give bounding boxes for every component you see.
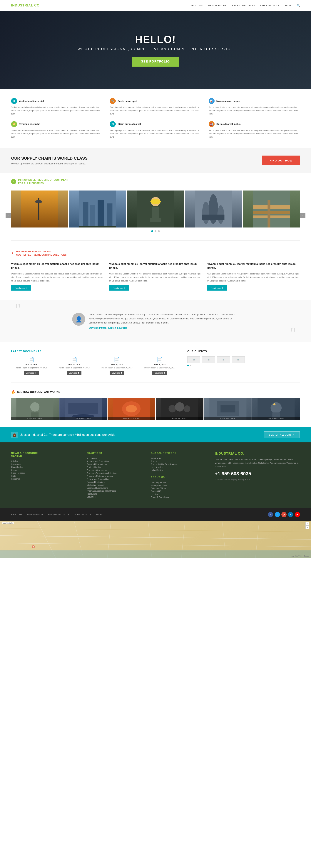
download-button[interactable]: Download ⬇ xyxy=(110,371,124,375)
footer-global-title: GLOBAL NETWORK xyxy=(151,452,207,455)
footer-link-research[interactable]: Research xyxy=(11,478,79,480)
find-out-button[interactable]: FIND OUT HOW xyxy=(262,156,300,165)
work-item-3[interactable]: IPSUM FACTORIAL xyxy=(108,398,155,420)
footer-link-offices[interactable]: Category Offices xyxy=(151,487,207,489)
work-item-6[interactable]: IPSUM FACTORIAL xyxy=(252,398,300,420)
footer-link-press-releases[interactable]: Press Releases xyxy=(11,472,79,474)
slide-dot-2[interactable] xyxy=(154,230,157,232)
twitter-icon[interactable]: t xyxy=(275,512,280,517)
linkedin-icon[interactable]: in xyxy=(288,512,293,517)
footer-link-financial-inst[interactable]: Financial Institutions xyxy=(87,481,143,483)
footer-link-radio[interactable]: Radio xyxy=(11,475,79,477)
client-dot-1[interactable] xyxy=(187,365,189,366)
hero-content: HELLO! WE ARE PROFESSIONAL, COMPETITIVE … xyxy=(78,33,233,67)
work-item-2[interactable]: IPSUM FACTORIAL xyxy=(59,398,107,420)
svg-point-27 xyxy=(30,402,39,411)
feature-item: 📊 Malesuada at, neque Sed ut perspiciati… xyxy=(209,98,300,116)
map-zoom-in[interactable]: + xyxy=(306,522,309,525)
footer-link-company-profile[interactable]: Company Profile xyxy=(151,481,207,484)
footer-link-case-studies[interactable]: Case Studies xyxy=(11,466,79,468)
read-more-button-2[interactable]: Read more ▶ xyxy=(109,285,129,290)
footer-link-emea[interactable]: Europe, Middle East & Africa xyxy=(151,463,207,465)
footer-link-pharma[interactable]: Pharmaceuticals and Healthcare xyxy=(87,490,143,492)
footer-news-title: NEWS & RESOURCE CENTER xyxy=(11,452,79,457)
footer-link-real-estate[interactable]: Real Estate xyxy=(87,493,143,495)
footer-link-liability[interactable]: Product Liability xyxy=(87,466,143,468)
client-dot-2[interactable] xyxy=(190,365,191,366)
map-zoom-out[interactable]: − xyxy=(306,525,309,529)
bottom-nav-about[interactable]: ABOUT US xyxy=(11,514,22,516)
logo[interactable]: INDUSTRIAL CO. xyxy=(11,3,41,7)
nav-blog[interactable]: BLOG xyxy=(285,4,291,7)
bottom-nav-contacts[interactable]: OUR CONTACTS xyxy=(74,514,91,516)
footer-link-governance[interactable]: Corporate Governance xyxy=(87,469,143,471)
footer-link-energy[interactable]: Energy and Commodities xyxy=(87,478,143,480)
footer-link-labor[interactable]: Labor and Employment xyxy=(87,487,143,489)
search-jobs-button[interactable]: Search all jobs ► xyxy=(264,431,300,438)
footer-link-europe[interactable]: Europe xyxy=(151,460,207,462)
svg-point-17 xyxy=(202,202,210,224)
footer-link-financial[interactable]: Financial Restructuring xyxy=(87,463,143,465)
youtube-icon[interactable]: ▶ xyxy=(295,512,300,517)
innovative-section: ✦ WE PROVIDE INNOVATIVE ANDCOST-EFFECTIV… xyxy=(0,241,311,300)
nav-projects[interactable]: RECENT PROJECTS xyxy=(232,4,255,7)
bottom-nav-projects[interactable]: RECENT PROJECTS xyxy=(48,514,69,516)
footer-link-securities[interactable]: Securities xyxy=(87,496,143,498)
download-icon: ⬇ xyxy=(35,372,36,374)
slide-item xyxy=(243,190,300,227)
footer-link-events[interactable]: Events xyxy=(11,469,79,471)
feature-header: 🏭 Cursus leo vel metus xyxy=(209,121,300,127)
footer-link-accolades[interactable]: Accolades xyxy=(11,463,79,465)
read-more-button-3[interactable]: Read more ▶ xyxy=(207,285,227,290)
work-item-5[interactable]: IPSUM FACTORIAL xyxy=(204,398,252,420)
download-button[interactable]: Download ⬇ xyxy=(152,371,167,375)
map-svg xyxy=(0,521,311,558)
footer-link-articles[interactable]: Articles xyxy=(11,460,79,462)
footer-link-ip[interactable]: Intellectual Property xyxy=(87,484,143,486)
download-label: Download xyxy=(112,372,120,374)
slide-dot-3[interactable] xyxy=(158,230,160,232)
footer-link-ethics[interactable]: Ethics & Compliance xyxy=(151,496,207,498)
footer-link-accounting[interactable]: Accounting xyxy=(87,457,143,459)
feature-header: ⚙ Vestibulum libero nisl xyxy=(11,98,102,104)
slider-next-button[interactable]: › xyxy=(300,213,306,218)
footer-link-locations[interactable]: Locations xyxy=(151,493,207,495)
footer-link-employee[interactable]: Employee Retirement Income xyxy=(87,475,143,477)
footer-link-latin[interactable]: Latin America xyxy=(151,466,207,468)
nav-services[interactable]: NEW SERVICES xyxy=(208,4,226,7)
svg-rect-25 xyxy=(268,200,271,227)
svg-rect-41 xyxy=(221,405,235,412)
footer-link-asia[interactable]: Asia Pacific xyxy=(151,457,207,459)
slider-prev-button[interactable]: ‹ xyxy=(5,213,11,218)
work-item-4[interactable]: IPSUM FACTORIAL xyxy=(156,398,203,420)
footer-link-management[interactable]: Management Team xyxy=(151,484,207,487)
client-logo-1: 🏢 xyxy=(187,356,200,363)
work-item-1[interactable]: IPSUM FACTORIAL xyxy=(11,398,59,420)
nav-contacts[interactable]: OUR CONTACTS xyxy=(260,4,279,7)
news-title-line2: CENTER xyxy=(11,455,22,457)
bottom-nav-services[interactable]: NEW SERVICES xyxy=(27,514,44,516)
nav-about[interactable]: ABOUT US xyxy=(191,4,203,7)
bottom-nav-blog[interactable]: BLOG xyxy=(96,514,102,516)
footer-link-us[interactable]: United States xyxy=(151,469,207,471)
jobs-text-pre: Jobs at Industrial Co: There are current… xyxy=(20,433,74,436)
work-placeholder xyxy=(156,398,203,420)
download-button[interactable]: Download ⬇ xyxy=(67,371,81,375)
facebook-icon[interactable]: f xyxy=(268,512,273,517)
map-toggle[interactable]: Map | Satellite xyxy=(2,522,14,524)
search-icon[interactable]: 🔍 xyxy=(297,4,300,7)
svg-point-43 xyxy=(271,402,282,413)
footer-link-transactions[interactable]: Corporate Transactions/Litigation xyxy=(87,472,143,474)
footer-link-antitrust[interactable]: Antitrust and Competition xyxy=(87,460,143,462)
slide-placeholder xyxy=(11,190,68,227)
portfolio-button[interactable]: SEE PORTFOLIO xyxy=(132,57,179,67)
download-button[interactable]: Download ⬇ xyxy=(24,371,38,375)
feature-icon: 🔧 xyxy=(110,98,116,104)
header: INDUSTRIAL CO. ABOUT US NEW SERVICES REC… xyxy=(0,0,311,11)
read-more-button-1[interactable]: Read more ▶ xyxy=(11,285,31,290)
work-label: IPSUM FACTORIAL xyxy=(156,417,203,420)
footer-link-contact[interactable]: Contact US xyxy=(151,490,207,492)
hero-heading: HELLO! xyxy=(78,33,233,45)
slide-dot-1[interactable] xyxy=(151,230,153,232)
googleplus-icon[interactable]: g+ xyxy=(281,512,287,517)
